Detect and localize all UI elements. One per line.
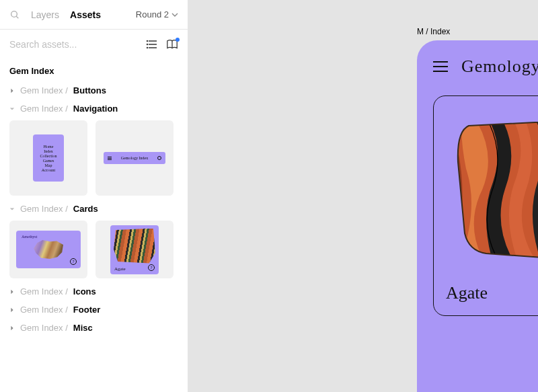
assets-panel: Layers Assets Round 2 Gem Index Gem I	[0, 0, 188, 392]
preview-card-small: Agate ?	[110, 225, 159, 274]
asset-thumb-card-amethyst[interactable]: Amethyst ?	[9, 221, 87, 278]
section-footer[interactable]: Gem Index / Footer	[9, 305, 178, 315]
chevron-right-icon	[9, 307, 15, 313]
svg-point-5	[147, 41, 148, 42]
app-header: Gemology Index	[433, 56, 538, 77]
question-icon: ?	[70, 258, 77, 265]
svg-point-7	[147, 48, 148, 48]
asset-search-input[interactable]	[9, 39, 138, 50]
page-title: Gemology Index	[461, 56, 538, 77]
chevron-down-icon	[9, 206, 15, 212]
asset-search-row	[0, 30, 188, 59]
gem-card-name: Agate	[446, 283, 488, 303]
agate-illustration	[453, 115, 538, 263]
asset-thumb-nav-menu[interactable]: Home Index Collection Games Map Account	[9, 120, 87, 196]
library-book-icon[interactable]	[166, 38, 178, 50]
panel-tabs: Layers Assets Round 2	[0, 0, 188, 30]
asset-thumb-nav-bar[interactable]: Gemology Index	[95, 120, 174, 196]
assets-list: Gem Index Gem Index / Buttons Gem Index …	[0, 59, 188, 392]
svg-point-6	[147, 44, 148, 45]
frame-m-index[interactable]: Gemology Index	[417, 40, 538, 392]
list-view-icon[interactable]	[146, 38, 158, 50]
question-icon: ?	[148, 264, 155, 271]
svg-point-0	[11, 11, 17, 17]
chevron-down-icon	[9, 106, 15, 112]
agate-image	[114, 229, 155, 264]
preview-mobile-menu: Home Index Collection Games Map Account	[33, 134, 64, 182]
search-icon[interactable]	[9, 9, 20, 20]
page-dropdown[interactable]: Round 2	[136, 9, 178, 19]
chevron-right-icon	[9, 289, 15, 295]
tab-layers[interactable]: Layers	[31, 9, 59, 20]
asset-thumb-card-agate[interactable]: Agate ?	[95, 221, 174, 278]
library-name: Gem Index	[9, 66, 178, 76]
chevron-right-icon	[9, 88, 15, 93]
tab-assets[interactable]: Assets	[70, 9, 101, 20]
frame-label[interactable]: M / Index	[417, 27, 450, 36]
section-buttons[interactable]: Gem Index / Buttons	[9, 85, 178, 95]
chevron-right-icon	[9, 325, 15, 331]
section-icons[interactable]: Gem Index / Icons	[9, 286, 178, 297]
section-cards[interactable]: Gem Index / Cards	[9, 204, 178, 214]
preview-header-bar: Gemology Index	[104, 152, 165, 164]
amethyst-image	[34, 240, 63, 259]
preview-card-wide: Amethyst ?	[16, 231, 81, 268]
hamburger-icon	[108, 157, 112, 160]
page-dropdown-label: Round 2	[136, 9, 169, 19]
gem-card-image	[446, 110, 538, 268]
section-misc[interactable]: Gem Index / Misc	[9, 323, 178, 333]
canvas[interactable]: M / Index Gemology Index	[188, 0, 538, 392]
svg-line-1	[16, 16, 18, 18]
hamburger-icon[interactable]	[433, 61, 448, 72]
gem-card[interactable]: Agate ?	[433, 95, 538, 316]
search-icon	[157, 156, 161, 160]
chevron-down-icon	[171, 11, 178, 18]
section-navigation[interactable]: Gem Index / Navigation	[9, 104, 178, 114]
